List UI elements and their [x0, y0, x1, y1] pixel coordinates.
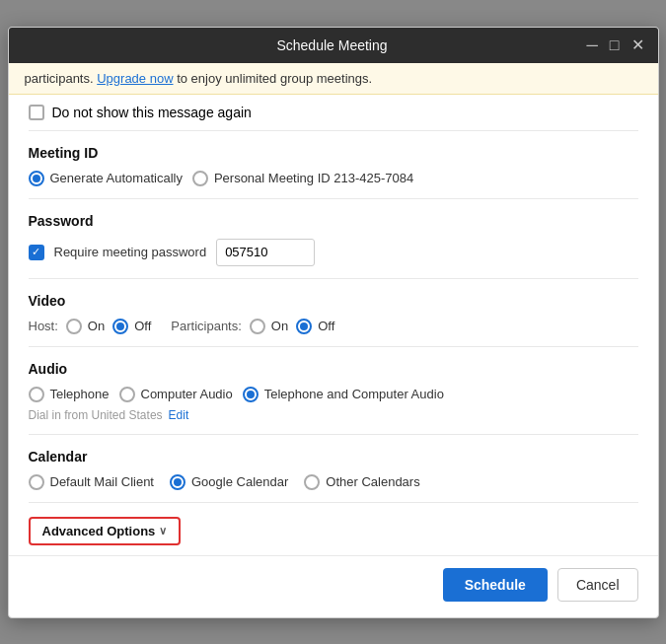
window-title: Schedule Meeting: [80, 37, 585, 53]
google-calendar-label: Google Calendar: [191, 474, 288, 489]
default-mail-label: Default Mail Client: [50, 474, 155, 489]
password-row: ✓ Require meeting password: [29, 239, 638, 266]
participants-on-label: On: [271, 319, 288, 333]
personal-id-option: Personal Meeting ID 213-425-7084: [192, 171, 413, 186]
participants-label: Participants:: [171, 319, 242, 333]
audio-section: Audio Telephone Computer Audio Telephone…: [29, 347, 638, 435]
close-button[interactable]: ✕: [629, 37, 646, 53]
content-area: Do not show this message again Meeting I…: [9, 95, 658, 555]
generate-auto-option: Generate Automatically: [29, 171, 183, 186]
telephone-label: Telephone: [50, 387, 110, 401]
audio-options: Telephone Computer Audio Telephone and C…: [29, 387, 638, 402]
meeting-id-section: Meeting ID Generate Automatically Person…: [29, 131, 638, 199]
participants-on-option: On: [250, 319, 288, 334]
host-off-label: Off: [134, 319, 151, 333]
no-show-row: Do not show this message again: [29, 95, 638, 131]
no-show-label: Do not show this message again: [52, 105, 252, 120]
require-password-label: Require meeting password: [54, 245, 207, 259]
calendar-options: Default Mail Client Google Calendar Othe…: [29, 474, 638, 490]
telephone-option: Telephone: [29, 387, 110, 402]
generate-auto-radio[interactable]: [29, 171, 44, 186]
default-mail-radio[interactable]: [29, 474, 44, 490]
cancel-button[interactable]: Cancel: [557, 568, 638, 602]
advanced-options-label: Advanced Options: [42, 524, 156, 538]
schedule-meeting-window: Schedule Meeting ─ □ ✕ participants. Upg…: [8, 27, 659, 618]
host-on-radio[interactable]: [66, 319, 82, 334]
participants-off-option: Off: [296, 319, 334, 334]
computer-audio-option: Computer Audio: [119, 387, 233, 402]
schedule-button[interactable]: Schedule: [443, 568, 548, 602]
host-on-label: On: [88, 319, 105, 333]
meeting-id-options: Generate Automatically Personal Meeting …: [29, 171, 638, 186]
telephone-radio[interactable]: [29, 387, 44, 402]
video-section: Video Host: On Off Participants: On: [29, 279, 638, 347]
google-calendar-option: Google Calendar: [170, 474, 288, 490]
telephone-and-computer-option: Telephone and Computer Audio: [243, 387, 444, 402]
password-title: Password: [29, 213, 638, 229]
no-show-checkbox[interactable]: [29, 105, 44, 120]
other-calendars-option: Other Calendars: [304, 474, 419, 490]
banner-text-after: to enjoy unlimited group meetings.: [174, 71, 373, 86]
restore-button[interactable]: □: [608, 37, 622, 53]
advanced-options-section: Advanced Options ∨: [29, 503, 638, 555]
other-calendars-label: Other Calendars: [326, 474, 419, 489]
personal-id-label: Personal Meeting ID 213-425-7084: [214, 171, 413, 185]
computer-audio-label: Computer Audio: [141, 387, 233, 401]
host-label: Host:: [29, 319, 58, 333]
host-on-option: On: [66, 319, 105, 334]
minimize-button[interactable]: ─: [584, 37, 599, 53]
audio-title: Audio: [29, 361, 638, 377]
chevron-down-icon: ∨: [159, 525, 167, 537]
dial-in-row: Dial in from United States Edit: [29, 408, 638, 422]
meeting-id-title: Meeting ID: [29, 145, 638, 161]
host-off-option: Off: [112, 319, 151, 334]
video-row: Host: On Off Participants: On Off: [29, 319, 638, 334]
participants-off-label: Off: [318, 319, 334, 333]
other-calendars-radio[interactable]: [304, 474, 320, 490]
password-input[interactable]: [216, 239, 315, 266]
edit-link[interactable]: Edit: [169, 408, 189, 422]
computer-audio-radio[interactable]: [119, 387, 135, 402]
telephone-and-computer-label: Telephone and Computer Audio: [264, 387, 444, 401]
footer: Schedule Cancel: [9, 555, 658, 617]
default-mail-option: Default Mail Client: [29, 474, 155, 490]
advanced-options-button[interactable]: Advanced Options ∨: [29, 517, 182, 545]
upgrade-link[interactable]: Upgrade now: [97, 71, 173, 86]
dial-in-text: Dial in from United States: [29, 408, 163, 422]
generate-auto-label: Generate Automatically: [50, 171, 183, 185]
password-section: Password ✓ Require meeting password: [29, 199, 638, 279]
calendar-section: Calendar Default Mail Client Google Cale…: [29, 435, 638, 503]
personal-id-radio[interactable]: [192, 171, 208, 186]
host-off-radio[interactable]: [112, 319, 128, 334]
calendar-title: Calendar: [29, 449, 638, 465]
telephone-and-computer-radio[interactable]: [243, 387, 259, 402]
banner-text-before: participants.: [25, 71, 98, 86]
upgrade-banner: participants. Upgrade now to enjoy unlim…: [9, 63, 658, 95]
window-controls: ─ □ ✕: [584, 37, 645, 53]
participants-on-radio[interactable]: [250, 319, 265, 334]
title-bar: Schedule Meeting ─ □ ✕: [9, 28, 658, 63]
video-title: Video: [29, 293, 638, 309]
participants-off-radio[interactable]: [296, 319, 312, 334]
require-password-checkbox[interactable]: ✓: [29, 245, 44, 260]
google-calendar-radio[interactable]: [170, 474, 185, 490]
